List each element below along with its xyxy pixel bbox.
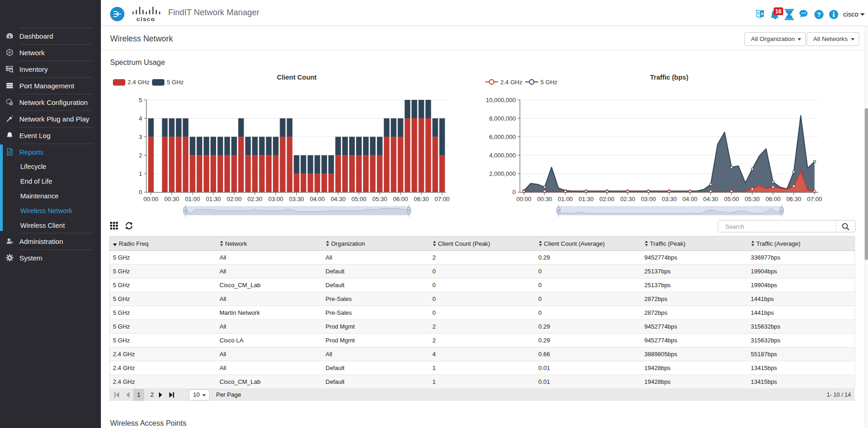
- svg-text:5: 5: [139, 97, 142, 104]
- svg-text:2,000,000: 2,000,000: [489, 170, 516, 177]
- svg-text:00:30: 00:30: [537, 196, 552, 202]
- svg-text:6,000,000: 6,000,000: [489, 133, 516, 140]
- svg-text:06:30: 06:30: [414, 196, 429, 202]
- svg-text:02:30: 02:30: [620, 196, 635, 202]
- svg-text:2: 2: [139, 152, 142, 159]
- svg-text:06:30: 06:30: [786, 196, 802, 202]
- svg-text:04:30: 04:30: [703, 196, 718, 202]
- svg-text:05:00: 05:00: [724, 196, 739, 202]
- svg-text:05:00: 05:00: [352, 196, 367, 202]
- svg-text:06:00: 06:00: [766, 196, 781, 202]
- svg-text:02:00: 02:00: [599, 196, 615, 202]
- svg-text:00:30: 00:30: [164, 196, 179, 202]
- svg-text:0: 0: [512, 189, 516, 196]
- svg-text:03:30: 03:30: [662, 196, 677, 202]
- svg-text:A: A: [761, 12, 763, 16]
- svg-text:10,000,000: 10,000,000: [486, 97, 516, 104]
- svg-text:3: 3: [139, 133, 142, 140]
- svg-text:0: 0: [139, 189, 142, 196]
- svg-text:02:30: 02:30: [247, 196, 263, 202]
- svg-text:05:30: 05:30: [372, 196, 387, 202]
- svg-text:03:00: 03:00: [268, 196, 283, 202]
- svg-text:01:30: 01:30: [206, 196, 221, 202]
- svg-text:1: 1: [139, 170, 142, 177]
- svg-text:03:00: 03:00: [641, 196, 656, 202]
- svg-text:02:00: 02:00: [227, 196, 242, 202]
- svg-text:06:00: 06:00: [393, 196, 408, 202]
- svg-text:01:00: 01:00: [185, 196, 200, 202]
- svg-text:03:30: 03:30: [289, 196, 304, 202]
- svg-text:cisco: cisco: [136, 16, 155, 23]
- svg-text:?: ?: [817, 11, 821, 18]
- svg-text:04:00: 04:00: [310, 196, 325, 202]
- svg-text:4,000,000: 4,000,000: [489, 152, 516, 159]
- svg-text:01:30: 01:30: [579, 196, 594, 202]
- svg-text:8,000,000: 8,000,000: [489, 115, 516, 122]
- svg-text:01:00: 01:00: [558, 196, 573, 202]
- svg-text:4: 4: [139, 115, 142, 122]
- svg-text:07:00: 07:00: [434, 196, 450, 202]
- svg-text:16: 16: [775, 8, 782, 15]
- svg-text:07:00: 07:00: [807, 196, 822, 202]
- svg-text:00:00: 00:00: [516, 196, 532, 202]
- svg-text:00:00: 00:00: [143, 196, 158, 202]
- svg-text:04:30: 04:30: [331, 196, 346, 202]
- svg-text:04:00: 04:00: [682, 196, 698, 202]
- svg-text:05:30: 05:30: [745, 196, 760, 202]
